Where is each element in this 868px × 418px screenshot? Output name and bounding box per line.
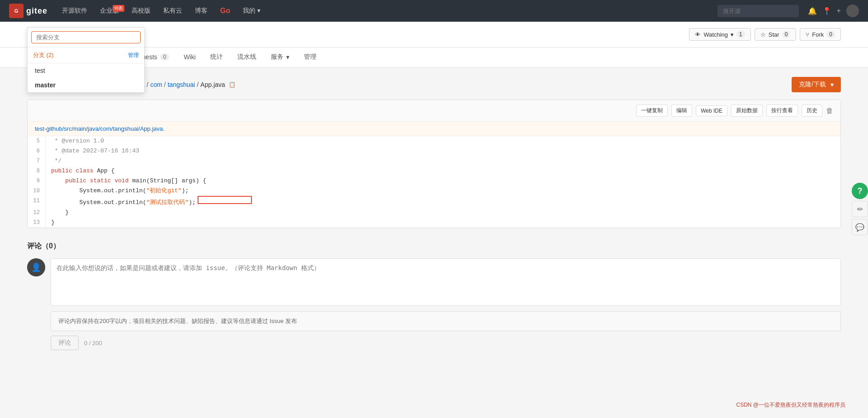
char-count: 0 / 200 (84, 340, 102, 347)
user-avatar[interactable] (846, 5, 859, 17)
comment-input-box (51, 258, 841, 306)
breadcrumb-com[interactable]: com (150, 81, 162, 88)
gitee-logo-icon: G (9, 4, 24, 18)
commenter-avatar: 👤 (27, 258, 45, 276)
comment-submit-button[interactable]: 评论 (51, 336, 79, 350)
tab-wiki[interactable]: Wiki (176, 48, 203, 67)
file-toolbar: 一键复制 编辑 Web IDE 原始数据 按行查看 历史 🗑 (28, 100, 840, 122)
float-chat-icon: 💬 (855, 223, 864, 232)
code-line-10: 10 System.out.println("初始化git"); (28, 186, 840, 196)
top-navigation: G gitee 开源软件 企业版 特惠 高校版 私有云 博客 Go 我的 ▾ 🔔… (0, 0, 868, 22)
star-button[interactable]: ☆ Star 0 (755, 28, 797, 41)
nav-opensource[interactable]: 开源软件 (57, 4, 93, 18)
nav-private[interactable]: 私有云 (158, 4, 188, 18)
float-help-button[interactable]: ? (852, 183, 868, 199)
comment-input-area: 👤 评论内容保持在200字以内，项目相关的技术问题、缺陷报告、建议等信息请通过 … (27, 258, 841, 350)
clone-button[interactable]: 克隆/下载 ▾ (792, 77, 841, 92)
nav-blog[interactable]: 博客 (189, 4, 213, 18)
tab-pipeline[interactable]: 流水线 (230, 48, 264, 67)
file-path-bar: test-github/src/main/java/com/tangshuai/… (28, 122, 840, 136)
nav-search-input[interactable] (717, 5, 799, 17)
nav-mine[interactable]: 我的 ▾ (237, 4, 266, 18)
webide-button[interactable]: Web IDE (696, 105, 727, 116)
raw-button[interactable]: 原始数据 (731, 104, 763, 117)
code-line-7: 7 */ (28, 156, 840, 166)
logo-text: gitee (26, 6, 47, 16)
blame-button[interactable]: 按行查看 (766, 104, 798, 117)
tab-services[interactable]: 服务 ▾ (264, 48, 297, 67)
nav-enterprise[interactable]: 企业版 特惠 (94, 4, 124, 18)
nav-links: 开源软件 企业版 特惠 高校版 私有云 博客 Go 我的 ▾ (57, 4, 708, 18)
tab-manage[interactable]: 管理 (297, 48, 324, 67)
breadcrumb-tangshuai[interactable]: tangshuai (168, 81, 195, 88)
file-container: 一键复制 编辑 Web IDE 原始数据 按行查看 历史 🗑 test-gith… (27, 100, 841, 228)
main-content: master ▾ test-github / src / main / java… (0, 68, 868, 377)
fork-button[interactable]: ⑂ Fork 0 (800, 28, 841, 41)
enterprise-badge: 特惠 (113, 5, 124, 12)
branch-item-test[interactable]: test (28, 63, 144, 78)
comments-section: 评论（0） 👤 评论内容保持在200字以内，项目相关的技术问题、缺陷报告、建议等… (27, 242, 841, 368)
nav-go[interactable]: Go (215, 4, 236, 18)
branch-row: master ▾ test-github / src / main / java… (27, 77, 841, 92)
float-edit-button[interactable]: ✏ (852, 201, 868, 217)
branch-count-label: 分支 (2) (33, 51, 54, 59)
code-line-5: 5 * @version 1.0 (28, 136, 840, 146)
repo-action-buttons: 👁 Watching ▾ 1 ☆ Star 0 ⑂ Fork 0 (689, 28, 841, 41)
code-line-8: 8 public class App { (28, 166, 840, 176)
nav-campus[interactable]: 高校版 (126, 4, 156, 18)
branch-search-area (28, 28, 144, 48)
copy-path-icon[interactable]: 📋 (229, 81, 236, 88)
code-line-6: 6 * @date 2022-07-16 16:43 (28, 146, 840, 156)
copy-all-button[interactable]: 一键复制 (636, 104, 668, 117)
delete-icon[interactable]: 🗑 (826, 107, 833, 115)
comment-submit-row: 评论 0 / 200 (51, 336, 841, 350)
notification-icon[interactable]: 🔔 (808, 7, 817, 15)
code-line-12: 12 } (28, 208, 840, 218)
code-line-11: 11 System.out.println("测试拉取代码"); (28, 196, 840, 208)
branch-item-master[interactable]: master (28, 78, 144, 92)
code-line-9: 9 public static void main(String[] args)… (28, 176, 840, 186)
logo[interactable]: G gitee (9, 4, 47, 18)
float-buttons: ? ✏ 💬 (852, 183, 868, 235)
float-edit-icon: ✏ (857, 205, 863, 214)
watch-button[interactable]: 👁 Watching ▾ 1 (689, 28, 750, 41)
comment-textarea[interactable] (51, 259, 840, 304)
history-button[interactable]: 历史 (802, 104, 822, 117)
clone-arrow-icon: ▾ (830, 81, 834, 88)
add-icon[interactable]: + (837, 7, 841, 15)
code-line-13: 13 } (28, 218, 840, 228)
branch-manage-link[interactable]: 管理 (128, 52, 139, 59)
float-chat-button[interactable]: 💬 (852, 219, 868, 235)
branch-search-input[interactable] (31, 31, 141, 43)
comments-title: 评论（0） (27, 242, 841, 251)
dropdown-header: 分支 (2) 管理 (28, 48, 144, 63)
nav-icon-group: 🔔 📍 + (808, 5, 859, 17)
branch-dropdown-panel: 分支 (2) 管理 test master (27, 27, 145, 93)
edit-button[interactable]: 编辑 (671, 104, 692, 117)
breadcrumb-filename: App.java (200, 81, 225, 88)
code-view: 5 * @version 1.0 6 * @date 2022-07-16 16… (28, 136, 840, 228)
comment-notice: 评论内容保持在200字以内，项目相关的技术问题、缺陷报告、建议等信息请通过 Is… (51, 311, 841, 331)
location-icon[interactable]: 📍 (822, 7, 831, 15)
tab-stats[interactable]: 统计 (203, 48, 230, 67)
